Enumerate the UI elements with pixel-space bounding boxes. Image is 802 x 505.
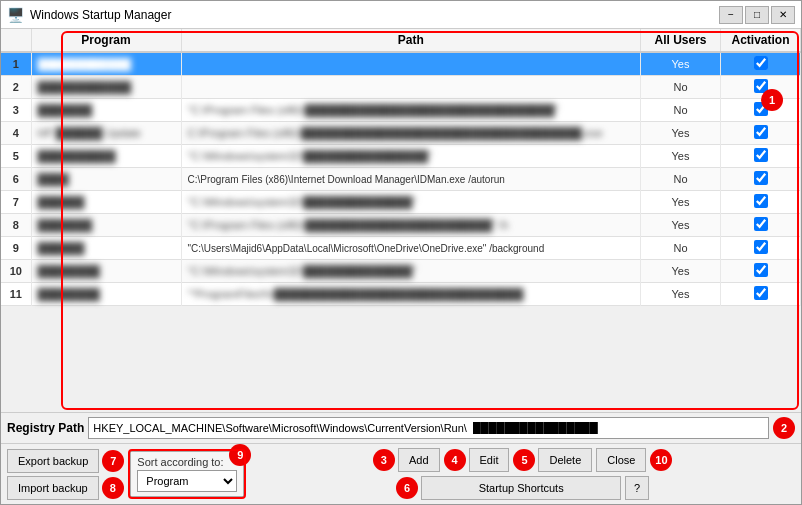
row-program: ████████████ (31, 76, 181, 99)
activation-checkbox[interactable] (754, 56, 768, 70)
row-path: C:\Program Files (x86)\Internet Download… (181, 168, 641, 191)
export-backup-button[interactable]: Export backup (7, 449, 99, 473)
row-all-users: No (641, 99, 721, 122)
close-main-button[interactable]: Close (596, 448, 646, 472)
row-activation[interactable] (721, 260, 801, 283)
row-number: 11 (1, 283, 31, 306)
startup-table: Program Path All Users Activation 1█████… (1, 29, 801, 306)
row-activation[interactable] (721, 283, 801, 306)
main-window: 🖥️ Windows Startup Manager − □ ✕ 1 Progr… (0, 0, 802, 505)
activation-checkbox[interactable] (754, 148, 768, 162)
row-all-users: Yes (641, 145, 721, 168)
import-backup-button[interactable]: Import backup (7, 476, 99, 500)
row-number: 2 (1, 76, 31, 99)
activation-checkbox[interactable] (754, 263, 768, 277)
badge-10: 10 (650, 449, 672, 471)
col-num (1, 29, 31, 52)
col-activation: Activation (721, 29, 801, 52)
row-path: "C:\Users\Majid6\AppData\Local\Microsoft… (181, 237, 641, 260)
badge-4: 4 (444, 449, 466, 471)
edit-button[interactable]: Edit (469, 448, 510, 472)
activation-checkbox[interactable] (754, 217, 768, 231)
table-row[interactable]: 3███████"C:\Program Files (x86)\████████… (1, 99, 801, 122)
col-path: Path (181, 29, 641, 52)
activation-checkbox[interactable] (754, 286, 768, 300)
row-activation[interactable] (721, 122, 801, 145)
row-all-users: Yes (641, 52, 721, 76)
badge-6: 6 (396, 477, 418, 499)
table-row[interactable]: 2████████████No (1, 76, 801, 99)
add-button[interactable]: Add (398, 448, 440, 472)
row-number: 10 (1, 260, 31, 283)
row-all-users: Yes (641, 191, 721, 214)
row-activation[interactable] (721, 237, 801, 260)
minimize-button[interactable]: − (719, 6, 743, 24)
startup-shortcuts-button[interactable]: Startup Shortcuts (421, 476, 621, 500)
activation-checkbox[interactable] (754, 194, 768, 208)
center-buttons: 3 Add 4 Edit 5 Delete Close 10 6 Startup… (250, 448, 795, 500)
registry-bar: Registry Path 2 (1, 413, 801, 444)
activation-checkbox[interactable] (754, 240, 768, 254)
row-path: C:\Program Files (x86)\█████████████████… (181, 122, 641, 145)
top-action-row: 3 Add 4 Edit 5 Delete Close 10 (373, 448, 672, 472)
bottom-bar: Export backup 7 Import backup 8 Sort acc… (1, 444, 801, 504)
row-all-users: Yes (641, 122, 721, 145)
row-path: "C:\Program Files (x86)\████████████████… (181, 99, 641, 122)
registry-label: Registry Path (7, 421, 84, 435)
row-program: ███████ (31, 99, 181, 122)
maximize-button[interactable]: □ (745, 6, 769, 24)
row-path (181, 52, 641, 76)
table-row[interactable]: 10████████"C:\Windows\system32\█████████… (1, 260, 801, 283)
sort-label: Sort according to: (137, 456, 237, 468)
badge-5: 5 (513, 449, 535, 471)
badge-7: 7 (102, 450, 124, 472)
table-row[interactable]: 1████████████Yes (1, 52, 801, 76)
table-row[interactable]: 11████████"*ProgramFiles%\██████████████… (1, 283, 801, 306)
row-path (181, 76, 641, 99)
activation-checkbox[interactable] (754, 125, 768, 139)
badge-9: 9 (229, 444, 251, 466)
sort-select[interactable]: Program Path All Users Activation (137, 470, 237, 492)
row-all-users: Yes (641, 214, 721, 237)
row-activation[interactable] (721, 168, 801, 191)
col-allusers: All Users (641, 29, 721, 52)
activation-checkbox[interactable] (754, 171, 768, 185)
table-row[interactable]: 4HP ██████ UpdateC:\Program Files (x86)\… (1, 122, 801, 145)
row-number: 1 (1, 52, 31, 76)
table-body: 1████████████Yes2████████████No3███████"… (1, 52, 801, 306)
row-number: 8 (1, 214, 31, 237)
help-button[interactable]: ? (625, 476, 649, 500)
row-program: ████████ (31, 260, 181, 283)
window-icon: 🖥️ (7, 7, 24, 23)
table-row[interactable]: 6████C:\Program Files (x86)\Internet Dow… (1, 168, 801, 191)
delete-button[interactable]: Delete (538, 448, 592, 472)
table-row[interactable]: 7██████"C:\Windows\system32\████████████… (1, 191, 801, 214)
row-activation[interactable] (721, 214, 801, 237)
row-all-users: Yes (641, 260, 721, 283)
row-path: "C:\Program Files (x86)\████████████████… (181, 214, 641, 237)
registry-input[interactable] (88, 417, 769, 439)
row-number: 5 (1, 145, 31, 168)
col-program: Program (31, 29, 181, 52)
row-program: ██████ (31, 237, 181, 260)
row-activation[interactable] (721, 145, 801, 168)
table-row[interactable]: 9██████"C:\Users\Majid6\AppData\Local\Mi… (1, 237, 801, 260)
row-path: "C:\Windows\system32\████████████████" (181, 145, 641, 168)
row-activation[interactable] (721, 76, 801, 99)
title-buttons: − □ ✕ (719, 6, 795, 24)
row-activation[interactable] (721, 52, 801, 76)
row-activation[interactable] (721, 191, 801, 214)
badge-8: 8 (102, 477, 124, 499)
row-program: HP ██████ Update (31, 122, 181, 145)
row-program: ██████ (31, 191, 181, 214)
row-number: 9 (1, 237, 31, 260)
row-number: 4 (1, 122, 31, 145)
shortcuts-row: 6 Startup Shortcuts ? (396, 476, 649, 500)
window-close-button[interactable]: ✕ (771, 6, 795, 24)
table-row[interactable]: 8███████"C:\Program Files (x86)\████████… (1, 214, 801, 237)
left-buttons: Export backup 7 Import backup 8 (7, 449, 124, 500)
row-program: ████ (31, 168, 181, 191)
row-path: "C:\Windows\system32\██████████████" (181, 260, 641, 283)
table-row[interactable]: 5██████████"C:\Windows\system32\████████… (1, 145, 801, 168)
row-path: "*ProgramFiles%\████████████████████████… (181, 283, 641, 306)
